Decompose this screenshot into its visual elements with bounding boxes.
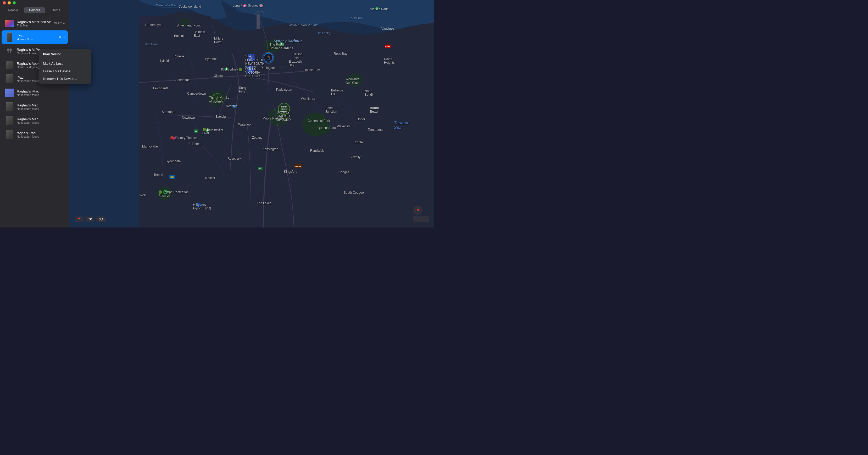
device-mac2[interactable]: Raghav's Mac No location found bbox=[2, 114, 68, 127]
device-status-iphone: Home · Now bbox=[17, 38, 57, 41]
map-container[interactable]: M8 M1 🚉 Coles 📚 bbox=[69, 0, 434, 227]
device-info-iphone: iPhone Home · Now bbox=[17, 34, 57, 41]
svg-point-26 bbox=[281, 43, 282, 45]
watch-icon bbox=[5, 60, 14, 70]
tab-items[interactable]: Items bbox=[46, 7, 67, 13]
device-name-ragha-ipad: ragha's iPad bbox=[17, 131, 65, 135]
airpods-icon bbox=[5, 47, 14, 56]
ragha-ipad-icon bbox=[5, 130, 14, 139]
device-name-mac1: Raghav's Mac bbox=[17, 103, 65, 107]
device-status-ragha-ipad: No location found bbox=[17, 135, 65, 138]
device-status-macbook: This Mac bbox=[17, 24, 52, 27]
svg-rect-3 bbox=[10, 51, 11, 53]
zoom-controls: + − bbox=[413, 216, 429, 222]
svg-text:🚉: 🚉 bbox=[233, 106, 235, 108]
sidebar: People Devices Items Raghav's MacBook Ai… bbox=[0, 0, 69, 227]
svg-text:SYDNEY: SYDNEY bbox=[281, 106, 287, 108]
svg-point-44 bbox=[173, 137, 174, 139]
device-name-iphone: iPhone bbox=[17, 34, 57, 38]
mac2-icon bbox=[5, 116, 14, 125]
svg-text:📚: 📚 bbox=[250, 57, 253, 59]
device-badge-macbook: With You bbox=[55, 22, 65, 25]
svg-rect-13 bbox=[256, 15, 260, 29]
ipad-icon bbox=[5, 74, 14, 84]
map-svg: M8 M1 🚉 Coles 📚 bbox=[69, 0, 434, 227]
device-mac1[interactable]: Raghav's Mac No location found bbox=[2, 100, 68, 113]
device-name-macbook: Raghav's MacBook Air bbox=[17, 20, 52, 24]
tab-devices[interactable]: Devices bbox=[24, 7, 45, 13]
device-info-ragha-ipad: ragha's iPad No location found bbox=[17, 131, 65, 138]
svg-text:🎓: 🎓 bbox=[216, 97, 219, 100]
svg-point-46 bbox=[207, 130, 208, 131]
device-info-mac2: Raghav's Mac No location found bbox=[17, 117, 65, 124]
minimize-button[interactable] bbox=[8, 1, 11, 4]
device-info-imac: Raghav's iMac No location found bbox=[17, 89, 65, 96]
imac-icon bbox=[5, 88, 14, 97]
svg-text:🏛: 🏛 bbox=[249, 69, 251, 70]
svg-point-52 bbox=[164, 191, 166, 193]
svg-point-34 bbox=[226, 68, 227, 70]
close-button[interactable] bbox=[3, 1, 6, 4]
svg-text:📱: 📱 bbox=[266, 56, 271, 60]
map-controls-zoom: N + − bbox=[413, 205, 429, 222]
device-status-mac1: No location found bbox=[17, 107, 65, 110]
device-imac[interactable]: Raghav's iMac No location found bbox=[2, 86, 68, 99]
svg-text:GROUND: GROUND bbox=[281, 110, 288, 112]
svg-text:UNSW: UNSW bbox=[295, 165, 301, 167]
svg-point-12 bbox=[318, 123, 331, 134]
zoom-in-button[interactable]: + bbox=[413, 216, 421, 222]
svg-point-2 bbox=[9, 49, 12, 51]
svg-point-0 bbox=[7, 49, 9, 51]
location-button[interactable]: 📍 bbox=[74, 217, 84, 222]
device-info-mac1: Raghav's Mac No location found bbox=[17, 103, 65, 110]
svg-text:IKEA: IKEA bbox=[170, 176, 175, 178]
3d-button[interactable]: 3D bbox=[96, 217, 105, 222]
svg-text:M1: M1 bbox=[259, 168, 261, 170]
context-menu: Play Sound Mark As Lost... Erase This De… bbox=[39, 49, 91, 84]
compass-button[interactable]: N bbox=[413, 205, 423, 215]
device-status-imac: No location found bbox=[17, 93, 65, 96]
device-list: Raghav's MacBook Air This Mac With You i… bbox=[0, 15, 69, 227]
context-menu-erase-device[interactable]: Erase This Device... bbox=[39, 67, 91, 75]
device-ragha-ipad[interactable]: ragha's iPad No location found bbox=[2, 127, 68, 141]
context-menu-mark-lost[interactable]: Mark As Lost... bbox=[39, 60, 91, 67]
svg-point-21 bbox=[244, 5, 246, 6]
device-iphone[interactable]: iPhone Home · Now 0 mi bbox=[2, 30, 68, 44]
device-macbook-air[interactable]: Raghav's MacBook Air This Mac With You bbox=[2, 17, 68, 30]
svg-rect-1 bbox=[8, 51, 9, 53]
svg-point-10 bbox=[347, 74, 363, 86]
device-name-imac: Raghav's iMac bbox=[17, 89, 65, 93]
svg-text:✈: ✈ bbox=[198, 204, 200, 206]
context-menu-remove-device[interactable]: Remove This Device... bbox=[39, 75, 91, 83]
map-background: M8 M1 🚉 Coles 📚 bbox=[69, 0, 434, 227]
svg-point-24 bbox=[375, 7, 378, 10]
map-bottom-left-controls: 📍 🗺 3D bbox=[74, 217, 105, 222]
map-type-button[interactable]: 🗺 bbox=[86, 217, 94, 222]
svg-point-8 bbox=[179, 18, 190, 26]
iphone-icon bbox=[5, 32, 14, 42]
context-menu-separator-1 bbox=[39, 59, 91, 59]
titlebar bbox=[0, 0, 69, 6]
device-distance-iphone: 0 mi bbox=[59, 36, 65, 39]
maximize-button[interactable] bbox=[12, 1, 16, 4]
device-name-mac2: Raghav's Mac bbox=[17, 117, 65, 121]
mac1-icon bbox=[5, 102, 14, 111]
device-status-mac2: No location found bbox=[17, 121, 65, 124]
device-info-macbook: Raghav's MacBook Air This Mac bbox=[17, 20, 52, 27]
svg-text:CRICKET: CRICKET bbox=[281, 108, 288, 110]
zoom-out-button[interactable]: − bbox=[421, 216, 429, 222]
svg-text:Coles: Coles bbox=[385, 46, 390, 48]
context-menu-play-sound[interactable]: Play Sound bbox=[39, 50, 91, 58]
macbook-icon bbox=[5, 19, 14, 28]
svg-text:M8: M8 bbox=[195, 130, 197, 132]
tab-people[interactable]: People bbox=[3, 7, 24, 13]
